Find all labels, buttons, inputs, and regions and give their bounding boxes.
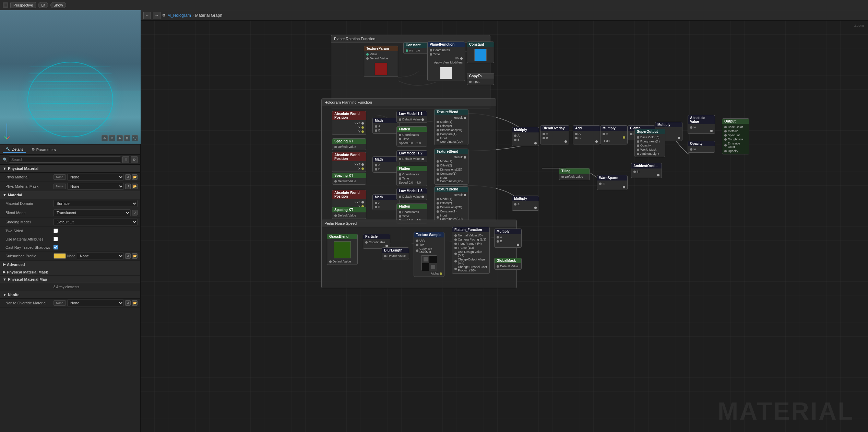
node-texture-blend-2[interactable]: TextureBlend Result Model(1) Offset(2) D… bbox=[434, 149, 468, 185]
browse-subsurface-btn[interactable]: 📂 bbox=[132, 253, 138, 259]
node-flatten-func[interactable]: Flatten_Function Normal Value(1/3) Camer… bbox=[452, 227, 490, 274]
node-color-blue[interactable]: Constant bbox=[467, 42, 494, 63]
node-super-terrain[interactable]: SuperOutput Base Color(3) Roughness(1) O… bbox=[634, 129, 665, 157]
section-advanced[interactable]: ▶ Advanced bbox=[0, 261, 140, 268]
lit-button[interactable]: Lit bbox=[38, 2, 48, 8]
vp-ctrl-3[interactable]: ⊕ bbox=[117, 135, 123, 141]
node-flatten-1[interactable]: Flatten Coordinates Time Speed 0.0 | -2.… bbox=[396, 126, 427, 147]
ff-camera bbox=[454, 238, 457, 241]
show-button[interactable]: Show bbox=[50, 2, 66, 8]
ff-input bbox=[454, 243, 457, 245]
lm2-out bbox=[421, 158, 424, 160]
node-multiply-2[interactable]: Multiply A -1.38 bbox=[600, 125, 628, 144]
sk3-header: Spacing KT bbox=[332, 207, 366, 212]
node-spacing-k2[interactable]: Spacing KT Default Value bbox=[332, 173, 366, 185]
ws-in bbox=[599, 183, 602, 185]
f3-time bbox=[399, 215, 401, 218]
use-material-attrs-checkbox[interactable] bbox=[53, 237, 58, 241]
reset-blend-btn[interactable]: ↺ bbox=[132, 210, 138, 215]
node-abs-value[interactable]: Absolute Value In bbox=[688, 115, 715, 134]
section-phys-map[interactable]: ▼ Physical Material Map bbox=[0, 276, 140, 283]
node-texture-param[interactable]: TextureParam Value Default Value bbox=[364, 46, 398, 77]
nanite-select[interactable]: None bbox=[67, 300, 124, 306]
section-material[interactable]: ▼ Material bbox=[0, 191, 140, 199]
node-multiply-perlin[interactable]: Multiply A B bbox=[494, 229, 522, 248]
node-blend-overlay[interactable]: BlendOverlay A B bbox=[540, 125, 569, 144]
search-input[interactable] bbox=[9, 156, 121, 163]
reset-phys-material-btn[interactable]: ↺ bbox=[125, 174, 131, 180]
node-texture-blend-3[interactable]: TextureBlend Result Model(1) Offset(2) D… bbox=[434, 186, 468, 222]
node-constant-pr[interactable]: Constant 0.5 | -1.0 bbox=[403, 42, 431, 54]
blend-mode-select[interactable]: Translucent bbox=[53, 209, 131, 216]
tb3-out bbox=[464, 194, 466, 196]
breadcrumb-root[interactable]: M_Hologram bbox=[167, 13, 191, 18]
node-low-model-2[interactable]: Low Model 1:2 Default Value bbox=[396, 150, 427, 162]
vp-ctrl-5[interactable]: ⛶ bbox=[132, 135, 138, 141]
settings-btn[interactable]: ⚙ bbox=[131, 156, 138, 163]
reset-nanite-btn[interactable]: ↺ bbox=[125, 300, 131, 306]
node-output-final[interactable]: Output Base Color Metallic Specular Roug… bbox=[722, 118, 749, 154]
tab-parameters[interactable]: ⚙ Parameters bbox=[29, 146, 59, 153]
node-blur-length[interactable]: BlurLength Default Value bbox=[382, 247, 409, 259]
browse-nanite-btn[interactable]: 📂 bbox=[132, 300, 138, 306]
browse-phys-material-btn[interactable]: 📂 bbox=[132, 174, 138, 180]
forward-btn[interactable]: → bbox=[153, 12, 160, 19]
node-math-1[interactable]: Math A B bbox=[372, 118, 400, 134]
tab-details[interactable]: 🔧 Details bbox=[3, 146, 26, 153]
viewport[interactable]: ⊙ ⊗ ⊕ ⊞ ⛶ bbox=[0, 10, 141, 144]
phys-material-mask-value: None None ↺ 📂 bbox=[53, 183, 138, 190]
browse-phys-mask-btn[interactable]: 📂 bbox=[132, 184, 138, 189]
node-planet-func[interactable]: PlanetFunction Coordinates Time UV Apply… bbox=[427, 42, 465, 81]
vp-ctrl-2[interactable]: ⊗ bbox=[109, 135, 115, 141]
section-physical-material[interactable]: ▼ Physical Material bbox=[0, 165, 140, 173]
vp-ctrl-4[interactable]: ⊞ bbox=[124, 135, 130, 141]
reset-subsurface-btn[interactable]: ↺ bbox=[125, 253, 131, 259]
node-math-3[interactable]: Math A B bbox=[372, 194, 400, 210]
node-grass-blend[interactable]: GrassBlend Default Value bbox=[327, 234, 358, 265]
node-multiply-4[interactable]: Multiply A bbox=[512, 196, 539, 211]
grid-view-btn[interactable]: ⊞ bbox=[122, 156, 129, 163]
two-sided-checkbox[interactable] bbox=[53, 229, 58, 233]
node-add-1[interactable]: Add A B bbox=[573, 125, 600, 144]
node-particle[interactable]: Particle Coordinates bbox=[363, 234, 390, 249]
phys-material-mask-dropdown[interactable]: None bbox=[67, 183, 124, 190]
node-abs-world-1[interactable]: Absolute World Position XYZ X Y bbox=[332, 111, 366, 135]
node-opacity[interactable]: Opacity In bbox=[688, 141, 715, 153]
vp-ctrl-1[interactable]: ⊙ bbox=[102, 135, 108, 141]
node-texture-blend-1[interactable]: TextureBlend Result Model(1) Offset(2) D… bbox=[434, 109, 468, 145]
section-nanite[interactable]: ▼ Nanite bbox=[0, 291, 140, 299]
node-math-2[interactable]: Math A B bbox=[372, 156, 400, 173]
node-texture-sample[interactable]: Texture Sample UVs Tex Copy Tex MultiMat bbox=[414, 232, 444, 277]
perspective-button[interactable]: Perspective bbox=[10, 2, 36, 8]
reset-phys-mask-btn[interactable]: ↺ bbox=[125, 184, 131, 189]
graph-canvas[interactable]: Zoom bbox=[141, 21, 868, 432]
cast-ray-traced-checkbox[interactable] bbox=[53, 245, 58, 249]
node-texture-param-body: Value Default Value bbox=[364, 51, 398, 61]
menu-icon[interactable]: ☰ bbox=[3, 2, 8, 8]
add1-out bbox=[595, 140, 598, 143]
shading-model-select[interactable]: Default Lit bbox=[53, 219, 138, 225]
phys-material-dropdown[interactable]: None bbox=[67, 174, 124, 180]
of-base bbox=[724, 126, 727, 128]
node-copy-output[interactable]: CopyTo Input bbox=[467, 73, 494, 85]
node-spacing-k1[interactable]: Spacing KT Default Value bbox=[332, 138, 366, 150]
tb2-out bbox=[464, 156, 466, 159]
node-tiling[interactable]: Tiling Default Value bbox=[559, 168, 590, 180]
node-flatten-2[interactable]: Flatten Coordinates Time Speed 0.0 | -4.… bbox=[396, 166, 427, 186]
material-domain-select[interactable]: Surface bbox=[53, 200, 138, 207]
node-global-mask[interactable]: GlobalMask Default Value bbox=[494, 258, 522, 270]
node-abs-world-2[interactable]: Absolute World Position XYZ X bbox=[332, 152, 366, 172]
node-spacing-k3[interactable]: Spacing KT Default Value bbox=[332, 207, 366, 219]
bo-out bbox=[564, 140, 567, 143]
section-phys-mask[interactable]: ▶ Physical Material Mask bbox=[0, 268, 140, 276]
node-low-model-1[interactable]: Low Model 1:1 Default Value bbox=[396, 111, 427, 123]
mult2-out bbox=[623, 136, 625, 139]
node-low-model-3[interactable]: Low Model 1:3 Default Value bbox=[396, 188, 427, 200]
subsurface-select[interactable]: None bbox=[77, 253, 124, 259]
node-warp-space[interactable]: WarpSpace In bbox=[597, 175, 628, 190]
mult1-header: Multiply bbox=[512, 127, 539, 132]
lm1-out bbox=[421, 118, 424, 121]
node-ambient-occ[interactable]: AmbientOccl... In bbox=[631, 163, 662, 178]
node-multiply-1[interactable]: Multiply A B bbox=[512, 127, 539, 146]
back-btn[interactable]: ← bbox=[143, 12, 151, 19]
